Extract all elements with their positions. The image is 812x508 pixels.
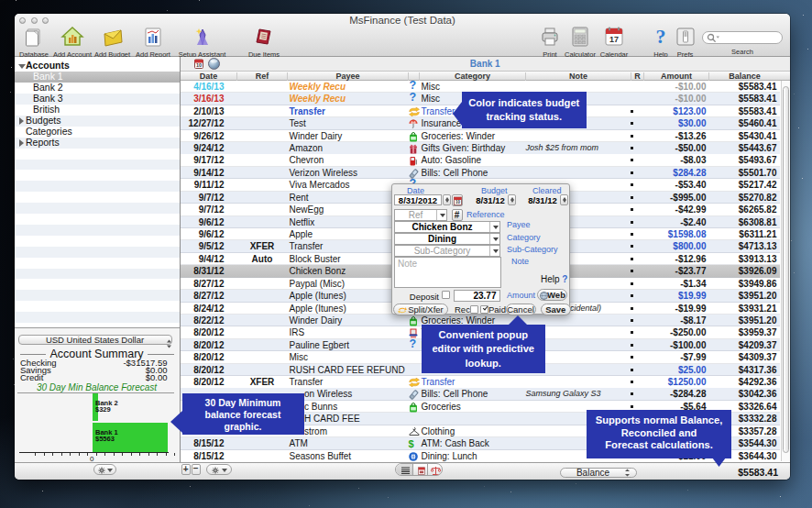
svg-text:17: 17 (609, 35, 619, 44)
svg-text:10: 10 (455, 200, 461, 204)
